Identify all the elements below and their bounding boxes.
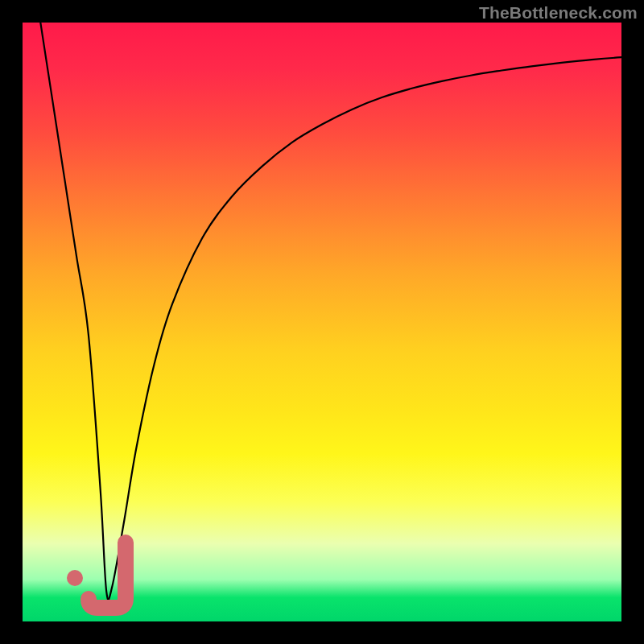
chart-frame: TheBottleneck.com <box>0 0 644 644</box>
marker-j-dot-icon <box>67 570 83 586</box>
plot-area <box>23 23 621 621</box>
bottleneck-curve <box>40 23 621 600</box>
watermark-text: TheBottleneck.com <box>479 3 638 23</box>
chart-svg <box>23 23 621 621</box>
